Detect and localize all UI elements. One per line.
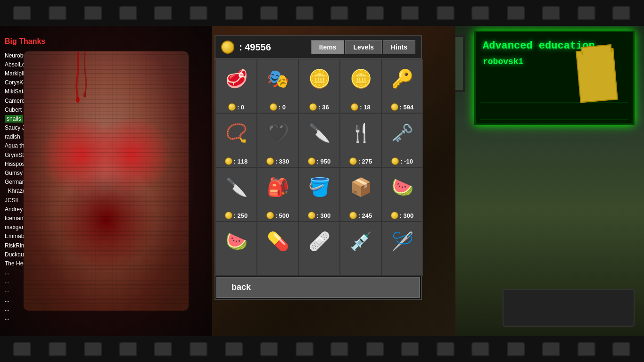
- item-price: : 275: [349, 157, 372, 165]
- item-price: : 18: [351, 103, 370, 111]
- classroom-window: [455, 35, 465, 92]
- film-hole: [330, 6, 348, 20]
- item-price-value: : 300: [400, 212, 414, 219]
- item-cell[interactable]: 📿: 118: [215, 113, 257, 167]
- tab-items[interactable]: Items: [311, 40, 345, 54]
- filmstrip-holes-top: [0, 6, 644, 20]
- item-price: : 330: [266, 157, 289, 165]
- item-price-value: : 950: [317, 158, 331, 165]
- item-cell[interactable]: 🪣: 300: [298, 167, 340, 222]
- item-price: : 500: [266, 212, 289, 219]
- film-hole: [225, 6, 243, 20]
- item-cell[interactable]: 🔪: 950: [298, 113, 340, 167]
- item-price-value: : 245: [358, 212, 372, 219]
- film-hole: [119, 342, 137, 356]
- item-image: 📿: [220, 116, 253, 149]
- item-cell[interactable]: 🔪: 250: [215, 167, 257, 222]
- item-price-value: : 500: [275, 212, 289, 219]
- item-coin-icon: [391, 157, 399, 165]
- item-price-value: : 36: [318, 104, 329, 111]
- film-hole: [401, 6, 419, 20]
- item-image: 💊: [261, 225, 294, 258]
- item-coin-icon: [391, 103, 398, 111]
- item-coin-icon: [391, 212, 398, 219]
- coin-count: : 49556: [239, 42, 271, 53]
- item-image: 🗝️: [386, 116, 419, 149]
- film-hole: [49, 6, 66, 20]
- pixel-face: [24, 51, 189, 311]
- film-hole: [401, 342, 419, 356]
- item-cell[interactable]: 🍉: [215, 222, 257, 276]
- item-price-value: : 250: [234, 212, 248, 219]
- tab-hints[interactable]: Hints: [383, 40, 415, 54]
- item-cell[interactable]: 🪙: 36: [298, 59, 340, 113]
- item-image: 💉: [344, 225, 377, 258]
- filmstrip-holes-bottom: [0, 342, 644, 356]
- item-cell[interactable]: 🔑: 594: [381, 59, 423, 113]
- item-image: 🖤: [261, 116, 294, 149]
- film-hole: [507, 342, 525, 356]
- film-hole: [260, 6, 278, 20]
- item-cell[interactable]: 🗝️: -10: [381, 113, 423, 167]
- shop-header: : 49556 Items Levels Hints: [215, 36, 421, 59]
- film-hole: [119, 6, 137, 20]
- item-coin-icon: [349, 157, 357, 165]
- item-coin-icon: [228, 103, 236, 111]
- yellow-folder: [576, 48, 618, 103]
- item-image: 🔪: [303, 116, 336, 149]
- film-hole: [471, 342, 489, 356]
- item-price-value: : 0: [279, 104, 286, 111]
- item-cell[interactable]: 🪙: 18: [340, 59, 381, 113]
- item-cell[interactable]: 🍴: 275: [340, 113, 381, 167]
- tab-levels[interactable]: Levels: [345, 40, 382, 54]
- item-price: : 0: [270, 103, 286, 111]
- item-cell[interactable]: 💊: [257, 222, 298, 276]
- item-cell[interactable]: 🩹: [298, 222, 340, 276]
- item-price: : 36: [309, 103, 329, 111]
- film-hole: [154, 6, 172, 20]
- item-price: : 300: [308, 212, 331, 219]
- classroom-area: Advanced education robovski: [455, 26, 644, 336]
- item-coin-icon: [266, 157, 274, 165]
- film-hole: [542, 6, 560, 20]
- item-image: 🩹: [303, 225, 336, 258]
- item-image: 🍴: [344, 116, 377, 149]
- item-image: 🎒: [261, 171, 294, 204]
- face-area: Big Thanks NeurobewAbsolLover66Markiplie…: [0, 26, 212, 336]
- item-coin-icon: [349, 212, 357, 219]
- item-price-value: : 594: [400, 104, 414, 111]
- board-line: [480, 103, 628, 111]
- coin-amount: 49556: [245, 42, 271, 52]
- filmstrip-top: [0, 0, 644, 26]
- item-cell[interactable]: 🖤: 330: [257, 113, 298, 167]
- shop-tabs[interactable]: Items Levels Hints: [311, 40, 415, 54]
- item-price: : 300: [391, 212, 414, 219]
- item-cell[interactable]: 🎒: 500: [257, 167, 298, 222]
- item-price-value: : 300: [317, 212, 331, 219]
- back-button[interactable]: back: [216, 277, 420, 298]
- item-cell[interactable]: 🪡: [381, 222, 423, 276]
- item-cell[interactable]: 📦: 245: [340, 167, 381, 222]
- item-cell[interactable]: 🎭: 0: [257, 59, 298, 113]
- film-hole: [190, 342, 207, 356]
- item-image: 🎭: [261, 62, 294, 95]
- item-coin-icon: [351, 103, 358, 111]
- film-hole: [13, 6, 31, 20]
- film-hole: [542, 342, 560, 356]
- item-cell[interactable]: 🥩: 0: [215, 59, 257, 113]
- item-cell[interactable]: 🍉: 300: [381, 167, 423, 222]
- game-background: Big Thanks NeurobewAbsolLover66Markiplie…: [0, 26, 644, 336]
- item-image: 🪣: [303, 171, 336, 204]
- film-hole: [13, 342, 31, 356]
- film-hole: [471, 6, 489, 20]
- item-coin-icon: [225, 157, 232, 165]
- film-hole: [296, 6, 314, 20]
- item-cell[interactable]: 💉: [340, 222, 381, 276]
- item-price: : 250: [225, 212, 248, 219]
- film-hole: [260, 342, 278, 356]
- item-image: 🍉: [220, 225, 253, 258]
- item-price-value: : 118: [234, 158, 248, 165]
- credits-title: Big Thanks: [5, 35, 80, 48]
- item-price-value: : 0: [237, 104, 244, 111]
- keyboard: [503, 289, 635, 327]
